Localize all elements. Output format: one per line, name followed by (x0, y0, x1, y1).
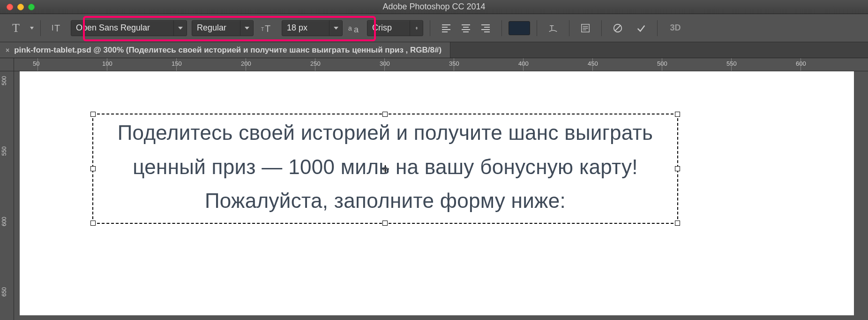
divider (430, 20, 430, 36)
type-tool-icon[interactable]: T (7, 19, 25, 38)
canvas-text[interactable]: Поделитесь своей историей и получите шан… (92, 116, 678, 218)
svg-text:T: T (261, 27, 264, 32)
font-size-dropdown[interactable]: 18 px (282, 20, 343, 36)
font-size-value: 18 px (282, 23, 329, 33)
ruler-v-label: 500 (1, 76, 7, 85)
chevron-down-icon (329, 21, 342, 36)
updown-icon (410, 21, 423, 36)
svg-marker-0 (30, 27, 34, 30)
svg-text:T: T (265, 23, 270, 34)
divider (569, 20, 569, 36)
svg-text:T: T (54, 23, 60, 33)
canvas[interactable]: Поделитесь своей историей и получите шан… (20, 71, 854, 315)
handle-bottom-right[interactable] (675, 221, 680, 226)
ruler-vertical[interactable]: 500550600650 (0, 71, 14, 320)
divider (40, 20, 41, 36)
handle-mid-bottom[interactable] (382, 221, 388, 226)
svg-line-15 (615, 25, 621, 30)
document-tab[interactable]: × pink-form-tablet.psd @ 300% (Поделитес… (0, 42, 450, 58)
window-controls (0, 4, 35, 10)
character-panel-button[interactable] (576, 20, 595, 36)
divider (501, 20, 502, 36)
ruler-v-label: 550 (1, 146, 7, 156)
handle-bottom-left[interactable] (90, 221, 96, 226)
titlebar: Adobe Photoshop CC 2014 (0, 0, 868, 14)
document-tab-row: × pink-form-tablet.psd @ 300% (Поделитес… (0, 42, 868, 58)
close-window-button[interactable] (7, 4, 13, 10)
font-family-dropdown[interactable]: Open Sans Regular (71, 20, 187, 36)
commit-button[interactable] (632, 20, 651, 36)
font-style-dropdown[interactable]: Regular (192, 20, 254, 36)
warp-text-button[interactable]: T (544, 20, 562, 36)
options-bar: T IT Open Sans Regular Regular TT 18 px … (0, 14, 868, 42)
svg-text:a: a (348, 24, 352, 32)
align-left-button[interactable] (437, 20, 456, 36)
canvas-wrap[interactable]: Поделитесь своей историей и получите шан… (14, 71, 868, 320)
workarea: 500550600650 501001502002503003504004505… (0, 58, 868, 320)
svg-marker-10 (415, 27, 417, 28)
font-style-value: Regular (192, 23, 240, 33)
divider (537, 20, 537, 36)
antialias-dropdown[interactable]: Crisp (367, 20, 423, 36)
text-color-swatch[interactable] (509, 21, 530, 35)
antialias-value: Crisp (367, 23, 410, 33)
font-family-value: Open Sans Regular (71, 23, 173, 33)
svg-marker-3 (178, 27, 183, 30)
ruler-horizontal[interactable]: 50100150200250300350400450500550600 (14, 58, 868, 71)
svg-marker-4 (245, 27, 249, 30)
ruler-v-label: 650 (1, 287, 7, 297)
text-orientation-icon[interactable]: IT (47, 19, 66, 38)
cancel-button[interactable] (608, 20, 627, 36)
app-title: Adobe Photoshop CC 2014 (382, 2, 485, 12)
ruler-corner (0, 58, 14, 71)
3d-button[interactable]: 3D (664, 20, 687, 36)
svg-text:a: a (354, 25, 359, 33)
svg-text:I: I (52, 24, 53, 32)
maximize-window-button[interactable] (28, 4, 35, 10)
close-tab-icon[interactable]: × (6, 46, 9, 54)
chevron-down-icon (240, 21, 253, 36)
svg-marker-11 (415, 28, 417, 30)
antialias-icon: aa (347, 19, 362, 38)
text-align-group (437, 20, 495, 36)
ruler-h-label: 50 (33, 60, 39, 67)
minimize-window-button[interactable] (17, 4, 24, 10)
svg-marker-7 (334, 27, 338, 30)
align-center-button[interactable] (456, 20, 475, 36)
font-size-icon[interactable]: TT (258, 19, 277, 38)
align-right-button[interactable] (476, 20, 495, 36)
divider (657, 20, 658, 36)
ruler-v-label: 600 (1, 217, 7, 226)
divider (601, 20, 602, 36)
chevron-down-icon (173, 21, 187, 36)
document-tab-label: pink-form-tablet.psd @ 300% (Поделитесь … (14, 46, 441, 55)
tool-preset-dropdown-icon[interactable] (30, 27, 34, 30)
